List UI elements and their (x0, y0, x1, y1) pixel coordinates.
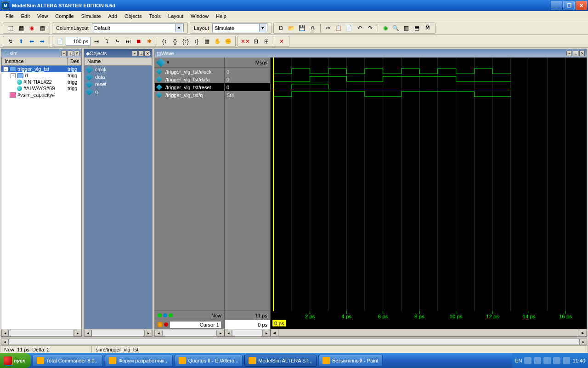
taskbar-button[interactable]: Quartus II - E:/Altera... (175, 355, 243, 367)
step-icon[interactable]: ⇥ (92, 37, 101, 46)
tool-icon[interactable]: ◉ (381, 23, 390, 33)
wave-names-hscroll[interactable]: ◂▸ (155, 329, 224, 336)
lock-icon[interactable] (158, 322, 163, 327)
taskbar-button[interactable]: Безымянный - Paint (318, 355, 383, 367)
new-icon[interactable]: 🗋 (277, 23, 286, 33)
forward-icon[interactable]: ➡ (38, 37, 47, 46)
tool-icon[interactable]: ◉ (27, 23, 36, 33)
lang-indicator[interactable]: EN (515, 358, 522, 363)
scroll-left-icon[interactable]: ◂ (155, 330, 162, 336)
objects-tree[interactable]: clockdataresetq (84, 66, 152, 329)
undo-icon[interactable]: ↶ (355, 23, 364, 33)
cursor-row[interactable]: Cursor 1 (155, 320, 224, 329)
sim-tree-item[interactable]: +i1trigg (1, 72, 81, 79)
scroll-left-icon[interactable]: ◂ (84, 330, 91, 336)
sim-tree-item[interactable]: -trigger_vlg_tsttrigg (1, 66, 81, 72)
menu-window[interactable]: Window (187, 12, 212, 20)
paste-icon[interactable]: 📄 (345, 23, 354, 33)
sim-tree-item[interactable]: #INITIAL#22trigg (1, 79, 81, 85)
objects-hscroll[interactable]: ◂ ▸ (84, 329, 152, 336)
scroll-right-icon[interactable]: ▸ (145, 330, 152, 336)
minimize-button[interactable]: _ (551, 1, 562, 10)
col-instance[interactable]: Instance (1, 58, 68, 65)
pane-dock-button[interactable]: ⟂ (573, 51, 578, 56)
pane-add-button[interactable]: + (61, 51, 67, 56)
pane-close-button[interactable]: ✕ (145, 51, 150, 56)
tool-icon[interactable]: ▦ (202, 37, 211, 46)
menu-view[interactable]: View (34, 12, 52, 20)
wave-tool-icon[interactable]: {↕} (181, 37, 190, 46)
expand-icon[interactable]: - (3, 67, 8, 72)
wave-signal-name[interactable]: /trigger_vlg_tst/clock (155, 68, 224, 75)
column-layout-combo[interactable]: Default (92, 23, 184, 32)
tray-icon[interactable] (543, 357, 551, 364)
menu-layout[interactable]: Layout (164, 12, 187, 20)
break-icon[interactable]: ✱ (145, 37, 154, 46)
sim-tree-item[interactable]: #ALWAYS#69trigg (1, 85, 81, 92)
save-icon[interactable]: 💾 (298, 23, 307, 33)
scroll-right-icon[interactable]: ▸ (263, 330, 270, 336)
menu-add[interactable]: Add (105, 12, 121, 20)
tool-icon[interactable]: ▦ (17, 23, 26, 33)
tool-icon[interactable]: ↯ (6, 37, 15, 46)
wave-msgs-hscroll[interactable]: ◂▸ (225, 329, 270, 336)
pane-close-button[interactable]: ✕ (579, 51, 585, 56)
objects-item[interactable]: q (84, 88, 152, 95)
tray-icon[interactable] (534, 357, 541, 364)
run-icon[interactable]: 📄 (55, 37, 64, 46)
objects-item[interactable]: data (84, 73, 152, 80)
col-name[interactable]: Name (84, 58, 152, 65)
run-all-icon[interactable]: ⏭ (124, 37, 133, 46)
taskbar-button[interactable]: ModelSim ALTERA ST... (244, 355, 317, 367)
objects-pane-header[interactable]: ◆ Objects + ⟂ ✕ (84, 49, 152, 58)
start-button[interactable]: пуск (0, 353, 31, 368)
cut-icon[interactable]: ✂ (323, 23, 333, 33)
open-icon[interactable]: 📂 (287, 23, 296, 33)
tool-icon[interactable]: ⊞ (262, 37, 271, 46)
tool-icon[interactable]: ⬒ (413, 23, 422, 33)
menu-compile[interactable]: Compile (51, 12, 77, 20)
system-tray[interactable]: EN 11:40 (512, 353, 588, 368)
scroll-left-icon[interactable]: ◂ (225, 330, 232, 336)
col-design[interactable]: Des (68, 58, 81, 65)
pane-dock-button[interactable]: ⟂ (138, 51, 144, 56)
menu-edit[interactable]: Edit (17, 12, 34, 20)
tool-icon[interactable]: ✕✕ (241, 37, 250, 46)
tool-icon[interactable]: ▥ (402, 23, 411, 33)
step-over-icon[interactable]: ⤵ (102, 37, 112, 46)
wave-tool-icon[interactable]: {} (170, 37, 180, 46)
menu-file[interactable]: File (2, 12, 17, 20)
wave-signal-name[interactable]: /trigger_vlg_tst/data (155, 75, 224, 83)
cursor-label[interactable]: Cursor 1 (170, 321, 221, 328)
tool-icon[interactable]: ⬚ (6, 23, 15, 33)
scroll-right-icon[interactable]: ▸ (74, 330, 81, 336)
wave-tool-icon[interactable]: {↕ (160, 37, 169, 46)
sim-tree-item[interactable]: #vsim_capacity# (1, 92, 81, 98)
scroll-left-icon[interactable]: ◂ (1, 339, 8, 345)
copy-icon[interactable]: 📋 (334, 23, 343, 33)
tool-icon[interactable]: ✕ (277, 37, 286, 46)
menu-objects[interactable]: Objects (121, 12, 145, 20)
pane-dock-button[interactable]: ⟂ (68, 51, 73, 56)
sim-tree[interactable]: -trigger_vlg_tsttrigg+i1trigg#INITIAL#22… (1, 66, 81, 329)
tool-icon[interactable]: ✊ (223, 37, 232, 46)
objects-item[interactable]: clock (84, 66, 152, 73)
tool-icon[interactable]: ▤ (38, 23, 47, 33)
timestep-input[interactable] (66, 37, 90, 46)
pane-close-button[interactable]: ✕ (74, 51, 79, 56)
menu-tools[interactable]: Tools (145, 12, 164, 20)
layout-combo[interactable]: Simulate (212, 23, 267, 32)
wave-pane-header[interactable]: ◫ Wave + ⟂ ✕ (155, 49, 587, 58)
wave-signal-name[interactable]: /trigger_vlg_tst/q (155, 91, 224, 99)
tool-icon[interactable]: ⊡ (251, 37, 260, 46)
print-icon[interactable]: ⎙ (308, 23, 317, 33)
close-button[interactable]: ✕ (576, 1, 587, 10)
sim-hscroll[interactable]: ◂ ▸ (1, 329, 81, 336)
maximize-button[interactable]: ❐ (563, 1, 575, 10)
stop-icon[interactable]: ⏹ (134, 37, 143, 46)
pane-add-button[interactable]: + (132, 51, 137, 56)
objects-item[interactable]: reset (84, 80, 152, 88)
taskbar-button[interactable]: Форум разработчик... (105, 355, 173, 367)
tray-icon[interactable] (524, 357, 531, 364)
taskbar-button[interactable]: Total Commander 8.0... (33, 355, 103, 367)
